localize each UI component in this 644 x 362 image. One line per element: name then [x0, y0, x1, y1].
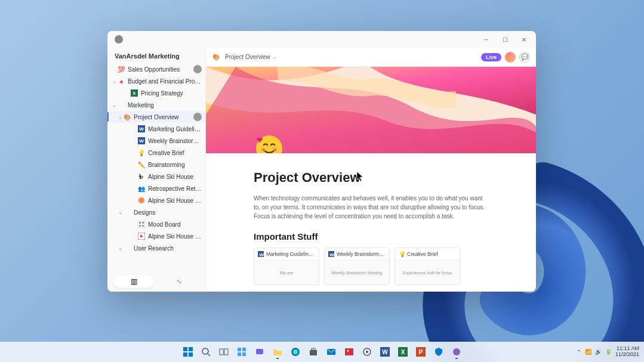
app-icon [115, 35, 123, 44]
tree-item[interactable]: Mood Board [107, 218, 205, 230]
item-label: Pricing Strategy [141, 90, 202, 97]
content-card[interactable]: WWeekly Brainstorm Me…Weekly Brainstorm … [324, 247, 390, 285]
taskbar-powerpoint[interactable]: P [413, 344, 429, 360]
tree-item[interactable]: Alpine Ski House (ID: 487… [107, 194, 205, 206]
taskbar-security[interactable] [431, 344, 446, 360]
workspace-title: VanArsdel Marketing [107, 48, 205, 63]
item-label: Creative Brief [148, 150, 202, 156]
item-label: Project Overview [134, 114, 192, 120]
taskbar-word[interactable]: W [377, 344, 393, 360]
content-card[interactable]: 💡Creative BriefExperiences built for foc… [395, 247, 460, 285]
item-label: Mood Board [148, 221, 202, 228]
page-title: Project Overview [254, 170, 488, 185]
svg-rect-21 [183, 347, 187, 351]
search-button[interactable] [198, 344, 214, 360]
svg-rect-36 [310, 350, 317, 355]
tree-item[interactable]: WWeekly Brainstorm Meeting [107, 135, 205, 147]
svg-text:X: X [133, 91, 136, 96]
taskbar-settings[interactable] [359, 344, 375, 360]
chevron-icon: ⌄ [117, 246, 123, 251]
cursor-icon [356, 171, 365, 182]
tray-chevron-icon[interactable]: ⌃ [577, 349, 581, 355]
svg-text:W: W [139, 126, 144, 132]
item-label: Marketing Guidelines for V… [148, 126, 202, 132]
svg-rect-8 [139, 222, 141, 224]
svg-text:X: X [400, 349, 405, 355]
taskbar-store[interactable] [306, 344, 321, 360]
tree-item[interactable]: ✏️Brainstorming [107, 159, 205, 171]
app-window: ─ ☐ ✕ VanArsdel Marketing 💯Sales Opportu… [107, 31, 536, 292]
item-icon [123, 208, 131, 216]
chevron-icon: ⌄ [111, 103, 117, 108]
hero-image [206, 67, 536, 153]
sidebar-tab-activity[interactable]: ∿ [159, 275, 199, 288]
svg-rect-29 [238, 348, 241, 351]
close-button[interactable]: ✕ [514, 32, 534, 47]
taskbar-photos[interactable] [341, 344, 357, 360]
content-card[interactable]: WMarketing Guidelines f…We are [254, 247, 319, 285]
breadcrumb[interactable]: 🎨 Project Overview ⌄ [212, 53, 277, 61]
svg-text:W: W [139, 138, 144, 144]
svg-point-35 [293, 349, 298, 354]
tree-item[interactable]: ⌄User Research [107, 242, 205, 254]
taskbar-mail[interactable] [323, 344, 339, 360]
svg-point-49 [453, 348, 460, 355]
sidebar-tab-pages[interactable]: ▥ [113, 275, 154, 288]
taskbar-edge[interactable] [288, 344, 303, 360]
item-label: Alpine Ski House (ID: 487… [148, 197, 202, 204]
svg-text:W: W [382, 349, 388, 355]
widgets-button[interactable] [234, 344, 249, 360]
item-icon [137, 196, 146, 205]
titlebar[interactable]: ─ ☐ ✕ [107, 31, 536, 48]
item-icon: 🔺 [117, 77, 125, 85]
card-icon: W [328, 251, 334, 257]
tray-battery-icon[interactable]: 🔋 [605, 349, 612, 355]
tree-item[interactable]: XPricing Strategy [107, 87, 205, 99]
nav-tree: 💯Sales Opportunities⌄🔺Budget and Financi… [107, 63, 205, 271]
svg-rect-31 [238, 352, 241, 356]
tree-item[interactable]: ⌄Designs [107, 206, 205, 218]
section-title: Important Stuff [254, 231, 488, 242]
item-icon: 💯 [117, 65, 125, 73]
minimize-button[interactable]: ─ [476, 32, 495, 47]
svg-text:W: W [329, 252, 334, 257]
item-label: Designs [134, 209, 202, 216]
tray-wifi-icon[interactable]: 📶 [585, 349, 591, 355]
taskbar-explorer[interactable] [270, 344, 285, 360]
tree-item[interactable]: Alpine Ski House Sizzle Re… [107, 230, 205, 242]
user-avatar[interactable] [505, 52, 516, 63]
tray-volume-icon[interactable]: 🔊 [595, 349, 602, 355]
tree-item[interactable]: 💡Creative Brief [107, 147, 205, 159]
taskbar-excel[interactable]: X [395, 344, 411, 360]
svg-rect-33 [256, 349, 263, 354]
taskbar-loop[interactable] [449, 344, 464, 360]
item-icon: X [130, 89, 138, 97]
tree-item[interactable]: ⌄🎨Project Overview [107, 111, 205, 123]
start-button[interactable] [180, 344, 196, 360]
svg-point-40 [347, 350, 349, 352]
chevron-icon: ⌄ [117, 210, 123, 215]
card-preview: Weekly Brainstorm Meeting [325, 261, 389, 284]
svg-point-16 [273, 148, 278, 152]
svg-point-42 [366, 351, 368, 353]
svg-rect-39 [345, 348, 353, 355]
tree-item[interactable]: WMarketing Guidelines for V… [107, 123, 205, 135]
taskbar-clock[interactable]: 11:11 AM11/2/2021 [615, 346, 639, 358]
item-label: Alpine Ski House [148, 174, 202, 180]
svg-rect-7 [138, 221, 145, 228]
tree-item[interactable]: ⌄🔺Budget and Financial Projection [107, 75, 205, 87]
taskview-button[interactable] [216, 344, 232, 360]
tree-item[interactable]: ⛷Alpine Ski House [107, 171, 205, 182]
comments-button[interactable]: 💬 [519, 52, 530, 63]
tree-item[interactable]: 💯Sales Opportunities [107, 63, 205, 75]
maximize-button[interactable]: ☐ [495, 32, 514, 47]
live-badge[interactable]: Live [481, 53, 501, 61]
tree-item[interactable]: 👥Retrospective Retreat [107, 182, 205, 194]
item-icon: W [137, 137, 146, 145]
item-label: Retrospective Retreat [148, 185, 202, 192]
taskbar-chat[interactable] [252, 344, 267, 360]
tree-item[interactable]: ⌄Marketing [107, 99, 205, 111]
chevron-icon: ⌄ [117, 115, 123, 120]
item-icon: 🎨 [123, 113, 131, 121]
chevron-icon: ⌄ [111, 79, 117, 84]
